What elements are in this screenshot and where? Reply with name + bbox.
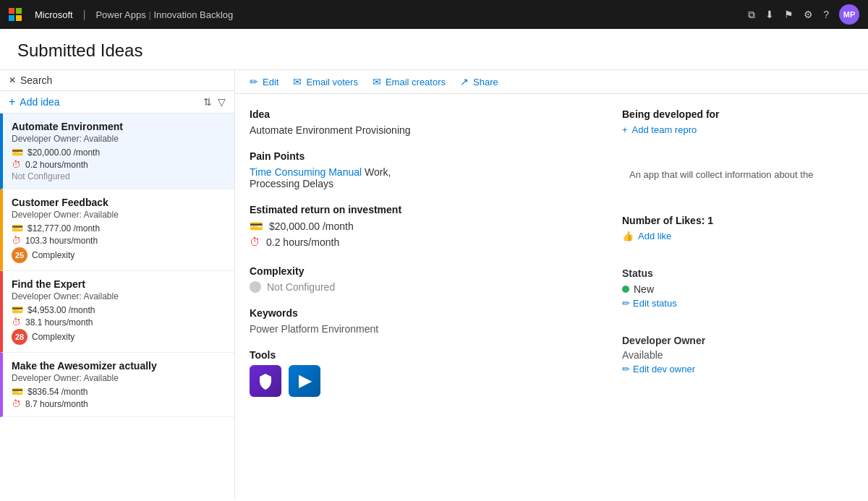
svg-rect-1: [16, 8, 22, 14]
content-area: ✏ Edit ✉ Email voters ✉ Email creators ↗…: [235, 70, 868, 499]
email-voters-action[interactable]: ✉ Email voters: [293, 76, 358, 87]
add-idea-label: Add idea: [20, 96, 199, 108]
complexity-section: Complexity Not Configured: [250, 265, 593, 293]
being-developed-label: Being developed for: [622, 108, 854, 120]
search-input[interactable]: [20, 74, 226, 86]
flag-icon[interactable]: ⚑: [784, 9, 793, 20]
share-icon: ↗: [460, 76, 469, 87]
dev-owner-section: Developer Owner Available ✏ Edit dev own…: [622, 335, 854, 374]
page-title: Submitted Ideas: [17, 40, 851, 61]
money-icon: 💳: [250, 220, 263, 233]
sidebar-item-title: Make the Awesomizer actually: [12, 360, 226, 372]
sidebar-item-sub: Developer Owner: Available: [12, 373, 226, 383]
page-header: Submitted Ideas: [0, 29, 868, 70]
email-creators-icon: ✉: [373, 76, 381, 87]
edit-status-button[interactable]: ✏ Edit status: [622, 298, 854, 309]
dev-owner-label: Developer Owner: [622, 335, 854, 346]
share-label: Share: [473, 77, 498, 87]
email-creators-label: Email creators: [386, 77, 446, 87]
svg-rect-2: [9, 15, 14, 21]
content-toolbar: ✏ Edit ✉ Email voters ✉ Email creators ↗…: [235, 70, 868, 94]
pain-points-label: Pain Points: [250, 150, 593, 162]
status-value: New: [634, 283, 654, 295]
detail-left: Idea Automate Environment Provisioning P…: [250, 108, 593, 484]
roi-hours: 0.2 hours/month: [266, 236, 339, 248]
status-section: Status New ✏ Edit status: [622, 267, 854, 309]
keywords-section: Keywords Power Platform Environment: [250, 307, 593, 335]
edit-action[interactable]: ✏ Edit: [250, 76, 278, 87]
sidebar-item-title: Find the Expert: [12, 278, 226, 290]
complexity-value: Not Configured: [267, 281, 335, 293]
sidebar-item-sub: Developer Owner: Available: [12, 291, 226, 301]
sidebar: ✕ + Add idea ⇅ ▽ Automate Environment De…: [0, 70, 235, 499]
status-value-row: New: [622, 283, 854, 295]
complexity-label: Complexity: [250, 265, 593, 277]
brand-label: Microsoft: [35, 9, 73, 20]
sort-icon[interactable]: ⇅: [203, 96, 212, 108]
idea-label: Idea: [250, 108, 593, 120]
sidebar-item-metrics: 💳 $4,953.00 /month ⏱ 38.1 hours/month 28…: [12, 304, 226, 345]
edit-status-pencil-icon: ✏: [622, 298, 630, 309]
desktop-icon[interactable]: ⧉: [748, 9, 755, 21]
add-team-plus-icon: +: [622, 124, 628, 135]
keywords-label: Keywords: [250, 307, 593, 319]
add-team-repro-button[interactable]: + Add team repro: [622, 124, 854, 135]
email-voters-label: Email voters: [306, 77, 358, 87]
edit-icon: ✏: [250, 76, 258, 87]
sidebar-item-title: Customer Feedback: [12, 197, 226, 208]
hours-icon: ⏱: [250, 236, 260, 248]
avatar[interactable]: MP: [839, 4, 859, 25]
svg-rect-0: [9, 8, 14, 14]
download-icon[interactable]: ⬇: [765, 9, 774, 20]
add-idea-row[interactable]: + Add idea ⇅ ▽: [0, 91, 234, 114]
status-dot-icon: [622, 286, 629, 293]
likes-section: Number of Likes: 1 👍 Add like: [622, 215, 854, 241]
app-name-label: Power Apps | Innovation Backlog: [95, 9, 233, 20]
sidebar-item-title: Automate Environment: [12, 121, 226, 132]
search-row: ✕: [0, 70, 234, 91]
sidebar-item-metrics: 💳 $12,777.00 /month ⏱ 103.3 hours/month …: [12, 223, 226, 263]
settings-icon[interactable]: ⚙: [804, 9, 813, 20]
edit-dev-pencil-icon: ✏: [622, 364, 630, 374]
add-like-label: Add like: [638, 231, 671, 241]
tools-label: Tools: [250, 349, 593, 361]
edit-status-label: Edit status: [633, 298, 677, 309]
complexity-value-row: Not Configured: [250, 281, 593, 293]
sidebar-item-awesomizer[interactable]: Make the Awesomizer actually Developer O…: [0, 353, 234, 417]
tool-icon-1[interactable]: 🛡: [250, 365, 281, 397]
brand-separator: |: [83, 9, 86, 20]
sidebar-item-find-expert[interactable]: Find the Expert Developer Owner: Availab…: [0, 271, 234, 353]
sidebar-item-sub: Developer Owner: Available: [12, 210, 226, 220]
complexity-badge: 25: [12, 247, 27, 263]
add-like-button[interactable]: 👍 Add like: [622, 231, 854, 241]
content-body: Idea Automate Environment Provisioning P…: [235, 94, 868, 499]
share-action[interactable]: ↗ Share: [460, 76, 498, 87]
filter-icon[interactable]: ▽: [218, 96, 226, 108]
svg-rect-3: [16, 15, 22, 21]
complexity-circle-icon: [250, 281, 261, 293]
email-creators-action[interactable]: ✉ Email creators: [373, 76, 446, 87]
roi-label: Estimated return on investment: [250, 204, 593, 215]
sidebar-item-metrics: 💳 $20,000.00 /month ⏱ 0.2 hours/month No…: [12, 147, 226, 181]
tools-section: Tools 🛡 ▶: [250, 349, 593, 397]
topbar-icons: ⧉ ⬇ ⚑ ⚙ ? MP: [748, 4, 859, 25]
add-team-repro-label: Add team repro: [632, 124, 697, 135]
detail-right: Being developed for + Add team repro An …: [622, 108, 854, 484]
topbar: Microsoft | Power Apps | Innovation Back…: [0, 0, 868, 29]
dev-owner-value: Available: [622, 349, 854, 361]
clear-search-icon[interactable]: ✕: [9, 75, 16, 85]
sidebar-item-customer-feedback[interactable]: Customer Feedback Developer Owner: Avail…: [0, 189, 234, 271]
being-developed-section: Being developed for + Add team repro: [622, 108, 854, 135]
sidebar-item-automate-environment[interactable]: Automate Environment Developer Owner: Av…: [0, 114, 234, 189]
help-icon[interactable]: ?: [823, 9, 829, 20]
roi-hours-row: ⏱ 0.2 hours/month: [250, 236, 593, 248]
thumbs-up-icon: 👍: [622, 231, 634, 241]
likes-label: Number of Likes: 1: [622, 215, 854, 226]
tools-row: 🛡 ▶: [250, 365, 593, 397]
app-info-text: An app that will collect information abo…: [629, 169, 813, 180]
edit-dev-owner-button[interactable]: ✏ Edit dev owner: [622, 364, 854, 374]
edit-label: Edit: [263, 77, 278, 87]
tool-icon-2[interactable]: ▶: [289, 365, 320, 397]
edit-dev-owner-label: Edit dev owner: [633, 364, 695, 374]
microsoft-logo: [9, 8, 22, 21]
